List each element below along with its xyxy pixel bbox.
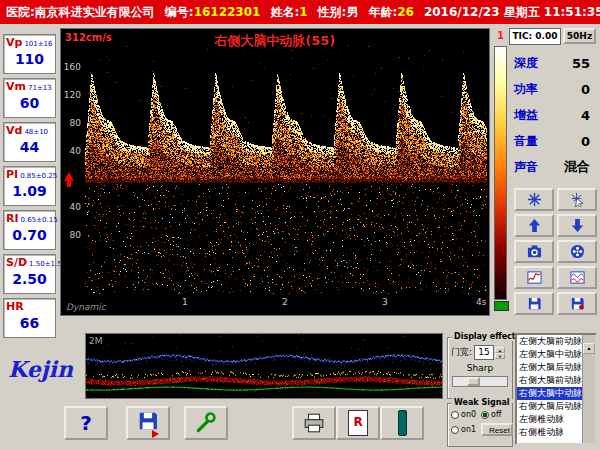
save-button[interactable] [126,406,170,440]
snapshot-button[interactable] [514,240,554,263]
param-name: Vm [6,80,26,93]
colorbar-end-marker [494,301,509,311]
artery-list-item[interactable]: 左侧大脑前动脉 [517,335,585,348]
open-disk-icon [570,296,585,311]
freeze-button[interactable] [514,188,554,211]
artery-list-item[interactable]: 左侧椎动脉 [517,413,585,426]
tic-display: TIC: 0.00 [509,28,561,45]
probe-setup-button[interactable] [184,406,228,440]
report-letter: R [349,415,367,429]
load-case-button[interactable] [557,292,597,315]
doppler-spectrum-canvas [85,45,487,297]
param-value: 60 [6,95,53,111]
film-reel-icon [570,244,585,259]
scale-down-button[interactable] [557,214,597,237]
y-tick: 120 [61,90,81,100]
param-value: 2.50 [6,271,53,287]
depth-row: 深度 55 [510,52,598,74]
gate-width-label: 门宽: [451,346,472,359]
mmode-depth-label: 2M [89,336,103,346]
x-tick: 2 [282,297,288,307]
artery-listbox: 左侧大脑前动脉 左侧大脑中动脉 左侧大脑后动脉 右侧大脑前动脉 右侧大脑中动脉 … [515,333,597,445]
param-box-ri: RI0.65±0.15 0.70 [3,210,56,250]
artery-list-item[interactable]: 右侧大脑前动脉 [517,374,585,387]
display-effect-title: Display effect [452,332,518,341]
spectrum-colorbar [494,46,507,300]
sharp-slider-track[interactable] [452,376,508,387]
function-button-grid [514,188,597,315]
scale-up-button[interactable] [514,214,554,237]
colorbar-top-label: 1 [497,30,504,41]
radio-on1[interactable]: on1 [451,425,481,434]
patient-id-value: 16122301 [194,5,261,19]
save-case-button[interactable] [514,292,554,315]
age-label: 年龄: [368,4,397,21]
hospital-label: 医院: [6,4,35,21]
help-button[interactable]: ? [64,406,108,440]
exit-icon [398,410,407,436]
trend-button[interactable] [514,266,554,289]
param-value: 44 [6,139,53,155]
artery-list-item[interactable]: 左侧大脑后动脉 [517,361,585,374]
weak-signal-options: on0 off on1 Reset [451,410,511,436]
param-box-vd: Vd48±10 44 [3,122,56,162]
artery-list-item[interactable]: 右侧椎动脉 [517,426,585,439]
cine-button[interactable] [557,240,597,263]
y-tick: 80 [61,230,81,240]
artery-list-item[interactable]: 右侧大脑后动脉 [517,400,585,413]
print-button[interactable] [292,406,336,440]
volume-row: 音量 0 [510,130,598,152]
power-row: 功率 0 [510,78,598,100]
gate-width-value[interactable]: 15 [474,345,494,360]
cursor-freeze-button[interactable] [557,188,597,211]
param-box-sd: S/D1.50±1.50 2.50 [3,254,56,294]
radio-on0-label: on0 [461,410,476,419]
gate-width-down-icon[interactable]: ▼ [495,353,505,359]
artery-list-item[interactable]: 右侧大脑中动脉 [517,387,585,400]
save-disk-icon [527,296,542,311]
age-value: 26 [397,5,414,19]
exit-button[interactable] [380,406,424,440]
reset-button[interactable]: Reset [481,423,513,436]
power-label: 功率 [514,81,538,98]
param-range: 101±16 [24,40,52,48]
radio-off[interactable]: off [481,410,511,419]
weak-signal-group: Weak Signal on0 off on1 Reset [447,403,513,447]
mmode-panel: 2M [85,333,443,399]
doppler-spectrum-panel: 312cm/s 右侧大脑中动脉(55) 160 120 80 40 40 80 … [60,28,490,316]
radio-off-label: off [491,410,501,419]
param-range: 0.85±0.25 [20,172,57,180]
depth-value: 55 [572,56,590,71]
title-bar: 医院: 南京科进实业有限公司 编号: 16122301 姓名: 1 性别: 男 … [0,0,600,24]
sound-row: 声音 混合 [510,156,598,178]
param-range: 71±13 [28,84,52,92]
weak-signal-title: Weak Signal [452,398,512,407]
artery-list-item[interactable]: 左侧大脑中动脉 [517,348,585,361]
x-tick: 4s [476,297,486,307]
scroll-up-icon[interactable]: ▲ [583,343,595,354]
param-box-hr: HR 66 [3,298,56,338]
param-value: 0.70 [6,227,53,243]
artery-list-scrollbar[interactable]: ▲ ▼ [582,335,595,443]
scroll-down-icon[interactable]: ▼ [595,432,597,443]
sharp-slider-thumb[interactable] [467,377,480,386]
param-box-vp: Vp101±16 110 [3,34,56,74]
kejin-logo: Kejin [8,356,73,382]
param-name: Vd [6,124,22,137]
dual-trace-button[interactable] [557,266,597,289]
patient-name-value: 1 [299,5,307,19]
param-name: Vp [6,36,22,49]
frequency-button[interactable]: 50Hz [563,28,596,44]
report-button[interactable]: R [336,406,380,440]
baseline-arrow-icon[interactable] [64,167,74,181]
cursor-snowflake-icon [570,192,585,207]
red-arrow-icon [152,430,163,438]
x-tick: 1 [182,297,188,307]
y-tick: 40 [61,146,81,156]
sharp-label: Sharp [448,363,512,373]
radio-on0[interactable]: on0 [451,410,481,419]
param-box-pi: PI0.85±0.25 1.09 [3,166,56,206]
volume-label: 音量 [514,133,538,150]
volume-value: 0 [581,134,590,149]
datetime-display: 2016/12/23 星期五 11:51:35 [424,4,600,21]
